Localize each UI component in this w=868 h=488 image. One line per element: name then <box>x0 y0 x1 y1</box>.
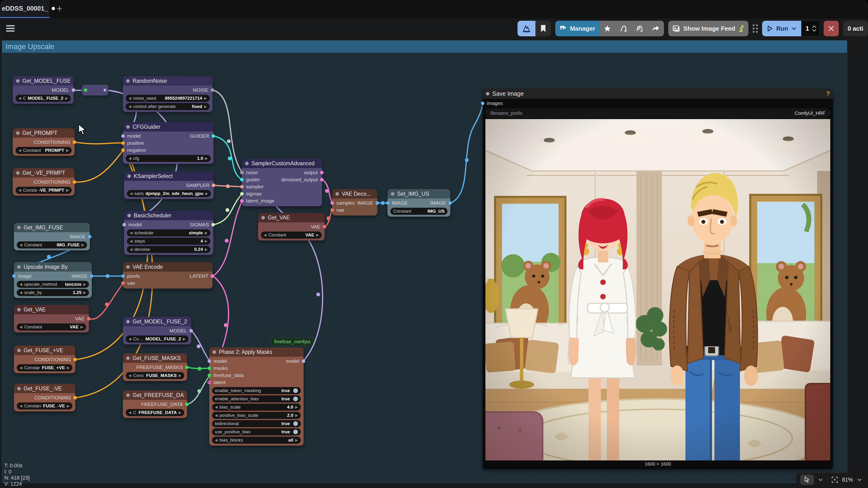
widget-Cons-[interactable]: ◀Cons ...FUSE_MASKS▶ <box>126 372 184 379</box>
manager-button[interactable]: Manager <box>555 21 599 36</box>
node-save-image[interactable]: Save Image ? images filename_prefix Comf… <box>483 88 833 469</box>
toggle-icon[interactable] <box>293 421 298 426</box>
node-phase2[interactable]: Phase 2: Apply Masksmodelmodelmasksfreef… <box>209 347 304 446</box>
node-header[interactable]: Get_FUSE_-VE <box>14 384 75 393</box>
node-set_img_us[interactable]: Set_IMG_USIMAGEIMAGEConstantIMG_US <box>388 189 450 217</box>
input-slot-model-dot[interactable] <box>208 360 211 363</box>
node-header[interactable]: VAE Encode <box>123 262 213 271</box>
node-header[interactable]: Get_VAE <box>258 213 324 222</box>
output-slot-LATENT-dot[interactable] <box>211 274 214 278</box>
input-slot-freefuse_data-dot[interactable] <box>208 374 211 377</box>
input-slot-masks-dot[interactable] <box>208 366 211 370</box>
node-header[interactable]: Get_-VE_PRMPT <box>13 168 74 177</box>
widget-next-icon[interactable]: ▶ <box>205 247 208 252</box>
collapse-dot-icon[interactable] <box>16 79 20 83</box>
widget-prev-icon[interactable]: ◀ <box>20 282 22 286</box>
node-header[interactable]: Phase 2: Apply Masks <box>209 347 304 357</box>
input-slot-vae-dot[interactable] <box>121 282 125 285</box>
reroute-node[interactable] <box>82 85 108 96</box>
output-slot-CONDITIONING-dot[interactable] <box>73 181 76 184</box>
widget-next-icon[interactable]: ▶ <box>179 373 181 378</box>
input-slot-IMAGE-dot[interactable] <box>386 201 390 205</box>
widget-next-icon[interactable]: ▶ <box>295 405 298 409</box>
widget-C-[interactable]: ◀C ...FREEFUSE_DATA▶ <box>126 409 184 416</box>
widget-prev-icon[interactable]: ◀ <box>130 239 132 243</box>
collapse-dot-icon[interactable] <box>17 265 21 269</box>
menu-icon[interactable] <box>6 25 14 32</box>
widget-Constant[interactable]: ◀ConstantFUSE_-VE▶ <box>17 402 72 410</box>
node-canvas[interactable]: Image Upscale Get_MODEL_FUSE_2MODEL◀Co .… <box>0 18 868 488</box>
workflow-tab[interactable]: eDDSS_00001_ <box>0 0 50 18</box>
collapse-dot-icon[interactable] <box>261 216 265 220</box>
node-header[interactable]: CFGGuider <box>123 122 214 132</box>
collapse-dot-icon[interactable] <box>391 192 394 196</box>
node-header[interactable]: SamplerCustomAdvanced <box>242 159 322 168</box>
widget-prev-icon[interactable]: ◀ <box>20 325 22 329</box>
run-count-stepper[interactable]: 1 <box>801 21 819 36</box>
node-ksampler_select[interactable]: KSamplerSelectSAMPLER◀sampler_...dpmpp_2… <box>124 171 214 199</box>
widget-control-after-generate[interactable]: ◀control after generatefixed▶ <box>126 103 210 110</box>
widget-prev-icon[interactable]: ◀ <box>129 373 131 378</box>
widget-next-icon[interactable]: ▶ <box>316 233 319 237</box>
widget-Constant[interactable]: ◀ConstantPROMPT▶ <box>16 147 72 154</box>
output-slot-IMAGE-dot[interactable] <box>375 201 379 205</box>
widget-enable-attention-bias[interactable]: enable_attention_biastrue <box>212 395 301 402</box>
output-slot-MODEL-dot[interactable] <box>189 329 193 333</box>
fit-view-icon[interactable] <box>831 476 838 483</box>
output-slot-IMAGE-dot[interactable] <box>88 235 92 238</box>
widget-prev-icon[interactable]: ◀ <box>20 243 22 247</box>
node-freefuse_data[interactable]: Get_FREEFUSE_DATAFREEFUSE_DATA◀C ...FREE… <box>123 390 187 418</box>
output-slot-SIGMAS-dot[interactable] <box>211 223 215 227</box>
collapse-dot-icon[interactable] <box>17 387 21 390</box>
node-header[interactable]: Get_IMG_FUSE <box>14 223 90 232</box>
widget-steps[interactable]: ◀steps4▶ <box>127 238 210 245</box>
node-basic_scheduler[interactable]: BasicSchedulermodelSIGMAS◀schedulersimpl… <box>124 211 213 255</box>
toggle-icon[interactable] <box>293 396 298 401</box>
output-slot-CONDITIONING-dot[interactable] <box>73 140 76 144</box>
widget-prev-icon[interactable]: ◀ <box>19 188 21 192</box>
collapse-dot-icon[interactable] <box>126 125 130 129</box>
output-slot-FREEFUSE_DATA-dot[interactable] <box>185 403 189 406</box>
node-model_fuse_top[interactable]: Get_MODEL_FUSE_2MODEL◀Co ...MODEL_FUSE_2… <box>13 76 73 104</box>
input-slot-noise-dot[interactable] <box>240 171 244 174</box>
input-slot-samples-dot[interactable] <box>331 201 334 205</box>
collapse-dot-icon[interactable] <box>126 79 130 83</box>
widget-prev-icon[interactable]: ◀ <box>129 104 131 109</box>
widget-positive-bias-scale[interactable]: ◀positive_bias_scale2.0▶ <box>212 412 301 419</box>
widget-next-icon[interactable]: ▶ <box>183 337 186 341</box>
input-slot-positive-dot[interactable] <box>121 141 125 145</box>
widget-prev-icon[interactable]: ◀ <box>20 366 22 370</box>
input-slot-pixels-dot[interactable] <box>121 274 125 278</box>
toggle-icon[interactable] <box>293 429 298 434</box>
group-title[interactable]: Image Upscale <box>2 40 847 53</box>
node-header[interactable]: Get_FREEFUSE_DATA <box>123 390 187 400</box>
widget-next-icon[interactable]: ▶ <box>66 188 69 192</box>
widget-next-icon[interactable]: ▶ <box>205 191 208 196</box>
node-vae_decode[interactable]: VAE Deco...samplesIMAGEvae <box>332 189 377 216</box>
node-header[interactable]: RandomNoise <box>123 76 213 86</box>
widget-Constant[interactable]: ◀Constant-VE_PRMPT▶ <box>16 187 72 194</box>
collapse-dot-icon[interactable] <box>486 92 489 96</box>
collapse-dot-icon[interactable] <box>17 226 21 229</box>
widget-next-icon[interactable]: ▶ <box>81 325 83 329</box>
node-header[interactable]: Save Image ? <box>483 88 833 99</box>
widget-prev-icon[interactable]: ◀ <box>19 148 21 153</box>
collapse-dot-icon[interactable] <box>127 174 131 178</box>
widget-bias-blocks[interactable]: ◀bias_blocksall▶ <box>212 436 301 444</box>
bookmark-button[interactable] <box>535 21 551 36</box>
widget-next-icon[interactable]: ▶ <box>295 438 298 442</box>
output-slot-CONDITIONING-dot[interactable] <box>73 358 77 361</box>
widget-scale-by[interactable]: ◀scale_by1.25▶ <box>17 289 89 296</box>
node-vae_encode[interactable]: VAE EncodepixelsLATENTvae <box>123 262 213 289</box>
reroute-out-dot[interactable] <box>103 89 106 92</box>
node-header[interactable]: Get_VAE <box>14 305 89 314</box>
widget-denoise[interactable]: ◀denoise0.24▶ <box>127 246 210 253</box>
collapse-dot-icon[interactable] <box>126 356 130 360</box>
node-header[interactable]: Set_IMG_US <box>388 189 450 198</box>
widget-Co-[interactable]: ◀Co ...MODEL_FUSE_2▶ <box>16 95 71 102</box>
collapse-dot-icon[interactable] <box>16 171 20 175</box>
widget-prev-icon[interactable]: ◀ <box>215 438 218 442</box>
output-slot-SAMPLER-dot[interactable] <box>212 184 215 187</box>
zoom-level[interactable]: 81% <box>842 477 853 483</box>
widget-prev-icon[interactable]: ◀ <box>130 247 132 252</box>
